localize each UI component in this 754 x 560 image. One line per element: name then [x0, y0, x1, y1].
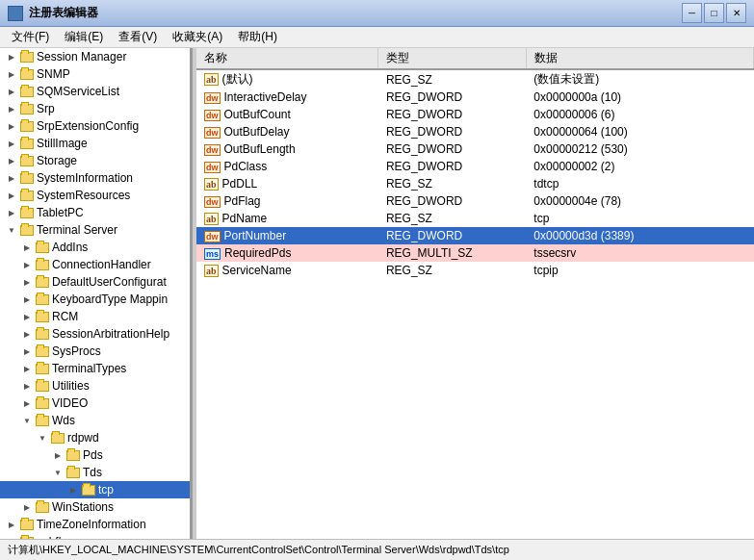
tree-item-systemresources[interactable]: ▶SystemResources: [0, 187, 190, 204]
tree-item-stillimage[interactable]: ▶StillImage: [0, 135, 190, 152]
tree-item-tcp[interactable]: ▶tcp: [0, 481, 190, 498]
table-row[interactable]: dwInteractiveDelayREG_DWORD0x0000000a (1…: [196, 89, 754, 106]
table-row[interactable]: dwPdClassREG_DWORD0x00000002 (2): [196, 158, 754, 175]
table-row[interactable]: abServiceNameREG_SZtcpip: [196, 262, 754, 279]
tree-expander-usbflags[interactable]: ▶: [4, 534, 19, 539]
tree-item-tds[interactable]: ▼Tds: [0, 464, 190, 481]
tree-expander-sysprocs[interactable]: ▶: [19, 344, 35, 359]
tree-expander-keyboardtype[interactable]: ▶: [19, 292, 35, 307]
tree-item-utilities[interactable]: ▶Utilities: [0, 377, 190, 395]
tree-expander-addins[interactable]: ▶: [19, 240, 35, 255]
tree-item-defaultuserconfig[interactable]: ▶DefaultUserConfigurat: [0, 273, 190, 291]
tree-expander-srpextensionconfig[interactable]: ▶: [4, 118, 19, 134]
col-header-名称[interactable]: 名称: [196, 48, 378, 69]
tree-expander-video[interactable]: ▶: [19, 395, 35, 411]
tree-expander-storage[interactable]: ▶: [4, 153, 19, 168]
tree-expander-rdpwd[interactable]: ▼: [35, 430, 50, 445]
tree-expander-stillimage[interactable]: ▶: [4, 136, 19, 151]
folder-icon-srpextensionconfig: [19, 120, 35, 132]
minimize-button[interactable]: ─: [682, 3, 702, 23]
tree-label-defaultuserconfig: DefaultUserConfigurat: [52, 275, 167, 289]
tree-expander-systeminformation[interactable]: ▶: [4, 170, 19, 186]
col-header-数据[interactable]: 数据: [526, 48, 753, 69]
tree-expander-defaultuserconfig[interactable]: ▶: [19, 274, 35, 290]
tree-item-addins[interactable]: ▶AddIns: [0, 239, 190, 256]
tree-expander-rcm[interactable]: ▶: [19, 309, 35, 324]
tree-item-winstations[interactable]: ▶WinStations: [0, 498, 190, 516]
folder-icon-video: [35, 397, 50, 409]
tree-item-pds[interactable]: ▶Pds: [0, 446, 190, 464]
tree-expander-winstations[interactable]: ▶: [19, 499, 35, 515]
tree-expander-systemresources[interactable]: ▶: [4, 188, 19, 203]
tree-expander-snmp[interactable]: ▶: [4, 66, 19, 82]
table-row[interactable]: abPdDLLREG_SZtdtcp: [196, 175, 754, 192]
tree-label-addins: AddIns: [52, 241, 88, 254]
tree-expander-srp[interactable]: ▶: [4, 101, 19, 116]
tree-expander-connectionhandler[interactable]: ▶: [19, 257, 35, 272]
cell-data-4: 0x00000212 (530): [526, 140, 753, 158]
table-row[interactable]: abPdNameREG_SZtcp: [196, 210, 754, 227]
maximize-button[interactable]: □: [704, 3, 724, 23]
tree-expander-timezoneinformation[interactable]: ▶: [4, 517, 19, 532]
folder-icon-terminaltypes: [35, 363, 50, 374]
table-row[interactable]: ab(默认)REG_SZ(数值未设置): [196, 69, 754, 89]
tree-expander-tabletpc[interactable]: ▶: [4, 205, 19, 220]
tree-item-sysprocs[interactable]: ▶SysProcs: [0, 343, 190, 360]
tree-item-tabletpc[interactable]: ▶TabletPC: [0, 204, 190, 221]
tree-label-systeminformation: SystemInformation: [37, 171, 133, 185]
tree-item-srp[interactable]: ▶Srp: [0, 100, 190, 117]
tree-item-session-manager[interactable]: ▶Session Manager: [0, 48, 190, 65]
tree-item-terminaltypes[interactable]: ▶TerminalTypes: [0, 360, 190, 377]
menu-item-f[interactable]: 文件(F): [4, 27, 57, 47]
cell-name-8: abPdName: [196, 210, 378, 227]
tree-expander-tcp[interactable]: ▶: [65, 482, 81, 497]
menu-item-e[interactable]: 编辑(E): [57, 27, 111, 47]
table-row[interactable]: dwOutBufCountREG_DWORD0x00000006 (6): [196, 106, 754, 123]
tree-item-timezoneinformation[interactable]: ▶TimeZoneInformation: [0, 516, 190, 533]
tree-label-utilities: Utilities: [52, 379, 90, 393]
col-header-类型[interactable]: 类型: [378, 48, 526, 69]
tree-expander-sessionarbitration[interactable]: ▶: [19, 326, 35, 342]
tree-label-srpextensionconfig: SrpExtensionConfig: [37, 119, 139, 133]
tree-item-srpextensionconfig[interactable]: ▶SrpExtensionConfig: [0, 117, 190, 135]
reg-type-icon-5: dw: [204, 160, 221, 173]
tree-item-rcm[interactable]: ▶RCM: [0, 308, 190, 325]
tree-item-connectionhandler[interactable]: ▶ConnectionHandler: [0, 256, 190, 273]
menu-item-h[interactable]: 帮助(H): [230, 27, 285, 47]
close-button[interactable]: ✕: [726, 3, 746, 23]
tree-expander-utilities[interactable]: ▶: [19, 378, 35, 394]
tree-pane: ▶Session Manager▶SNMP▶SQMServiceList▶Srp…: [0, 48, 193, 539]
folder-icon-session-manager: [19, 51, 35, 63]
tree-item-wds[interactable]: ▼Wds: [0, 412, 190, 429]
tree-item-usbflags[interactable]: ▶usbflags: [0, 533, 190, 539]
tree-expander-terminaltypes[interactable]: ▶: [19, 361, 35, 376]
tree-expander-session-manager[interactable]: ▶: [4, 49, 19, 64]
table-row[interactable]: dwPdFlagREG_DWORD0x0000004e (78): [196, 192, 754, 210]
tree-item-terminal-server[interactable]: ▼Terminal Server: [0, 221, 190, 239]
reg-type-icon-8: ab: [204, 212, 219, 225]
cell-name-5: dwPdClass: [196, 158, 378, 175]
tree-expander-tds[interactable]: ▼: [50, 465, 65, 480]
tree-item-rdpwd[interactable]: ▼rdpwd: [0, 429, 190, 446]
cell-data-7: 0x0000004e (78): [526, 192, 753, 210]
tree-item-systeminformation[interactable]: ▶SystemInformation: [0, 169, 190, 187]
table-row[interactable]: dwOutBufLengthREG_DWORD0x00000212 (530): [196, 140, 754, 158]
tree-expander-wds[interactable]: ▼: [19, 413, 35, 428]
table-row[interactable]: msRequiredPdsREG_MULTI_SZtssecsrv: [196, 244, 754, 262]
tree-expander-terminal-server[interactable]: ▼: [4, 222, 19, 238]
tree-expander-sqmservicelist[interactable]: ▶: [4, 84, 19, 99]
menu-item-v[interactable]: 查看(V): [111, 27, 165, 47]
tree-label-keyboardtype: KeyboardType Mappin: [52, 293, 168, 306]
tree-item-storage[interactable]: ▶Storage: [0, 152, 190, 169]
cell-type-8: REG_SZ: [378, 210, 526, 227]
title-bar: 注册表编辑器 ─ □ ✕: [0, 0, 754, 27]
tree-item-snmp[interactable]: ▶SNMP: [0, 65, 190, 83]
tree-item-sessionarbitration[interactable]: ▶SessionArbitrationHelp: [0, 325, 190, 343]
menu-item-a[interactable]: 收藏夹(A): [165, 27, 230, 47]
table-row[interactable]: dwOutBufDelayREG_DWORD0x00000064 (100): [196, 123, 754, 140]
tree-expander-pds[interactable]: ▶: [50, 447, 65, 463]
table-row[interactable]: dwPortNumberREG_DWORD0x00000d3d (3389): [196, 227, 754, 244]
tree-item-keyboardtype[interactable]: ▶KeyboardType Mappin: [0, 291, 190, 308]
tree-item-sqmservicelist[interactable]: ▶SQMServiceList: [0, 83, 190, 100]
tree-item-video[interactable]: ▶VIDEO: [0, 395, 190, 412]
